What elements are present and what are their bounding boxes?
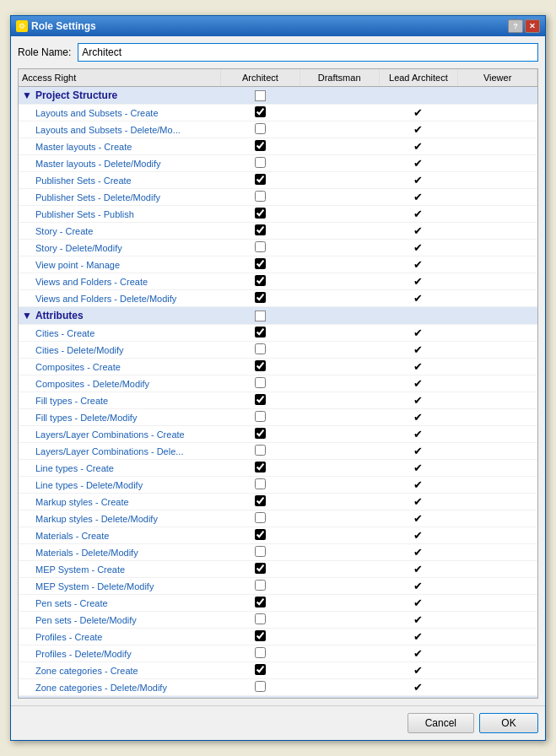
architect-checkbox[interactable] xyxy=(255,241,266,252)
draftsman-cell xyxy=(300,155,379,172)
access-right-label: Markup styles - Delete/Modify xyxy=(19,510,221,527)
access-right-label: Materials - Create xyxy=(19,527,221,544)
table-row: Pen sets - Create✔ xyxy=(19,595,537,612)
group-architect-checkbox[interactable] xyxy=(255,90,266,101)
access-right-label: Profiles - Delete/Modify xyxy=(19,645,221,662)
table-row: MEP System - Create✔ xyxy=(19,561,537,578)
lead-architect-check: ✔ xyxy=(413,478,423,491)
ok-button[interactable]: OK xyxy=(479,713,538,733)
architect-checkbox[interactable] xyxy=(255,191,266,202)
access-right-label: Zone categories - Delete/Modify xyxy=(19,679,221,696)
table-row: Fill types - Create✔ xyxy=(19,392,537,409)
cancel-button[interactable]: Cancel xyxy=(408,713,474,733)
draftsman-cell xyxy=(300,612,379,629)
architect-checkbox[interactable] xyxy=(255,174,266,185)
title-bar-buttons: ? ✕ xyxy=(508,19,540,33)
architect-checkbox[interactable] xyxy=(255,580,266,591)
architect-checkbox[interactable] xyxy=(255,123,266,134)
viewer-cell xyxy=(458,172,537,189)
architect-checkbox[interactable] xyxy=(255,258,266,269)
architect-checkbox[interactable] xyxy=(255,462,266,472)
architect-checkbox[interactable] xyxy=(255,563,266,574)
group-label: Project Structure xyxy=(35,89,117,101)
table-header-row: Access Right Architect Draftsman Lead Ar… xyxy=(19,69,537,87)
architect-checkbox[interactable] xyxy=(255,512,266,523)
architect-checkbox[interactable] xyxy=(255,546,266,557)
viewer-cell xyxy=(458,392,537,409)
architect-checkbox[interactable] xyxy=(255,495,266,506)
col-architect: Architect xyxy=(221,69,300,87)
access-right-label: Cities - Delete/Modify xyxy=(19,342,221,359)
architect-checkbox[interactable] xyxy=(255,106,266,117)
table-row: Markup styles - Create✔ xyxy=(19,494,537,510)
close-button[interactable]: ✕ xyxy=(525,19,540,33)
viewer-cell xyxy=(458,155,537,172)
lead-architect-check: ✔ xyxy=(413,394,423,407)
group-row: ▼Work with Elements xyxy=(19,696,537,699)
architect-checkbox[interactable] xyxy=(255,445,266,456)
architect-checkbox[interactable] xyxy=(255,613,266,624)
table-row: Fill types - Delete/Modify✔ xyxy=(19,409,537,426)
architect-checkbox[interactable] xyxy=(255,394,266,405)
title-bar: ⚙ Role Settings ? ✕ xyxy=(11,16,545,36)
architect-checkbox[interactable] xyxy=(255,275,266,286)
col-viewer: Viewer xyxy=(458,69,537,87)
group-row: ▼Project Structure xyxy=(19,87,537,105)
viewer-cell xyxy=(458,290,537,307)
architect-checkbox[interactable] xyxy=(255,647,266,658)
permissions-table: Access Right Architect Draftsman Lead Ar… xyxy=(19,69,537,699)
draftsman-cell xyxy=(300,510,379,527)
role-settings-window: ⚙ Role Settings ? ✕ Role Name: Access Ri… xyxy=(10,15,546,741)
viewer-cell xyxy=(458,375,537,392)
lead-architect-check: ✔ xyxy=(413,106,423,119)
architect-checkbox[interactable] xyxy=(255,377,266,388)
architect-checkbox[interactable] xyxy=(255,478,266,489)
lead-architect-check: ✔ xyxy=(413,462,423,474)
viewer-cell xyxy=(458,544,537,561)
viewer-cell xyxy=(458,105,537,122)
help-button[interactable]: ? xyxy=(508,19,523,33)
architect-checkbox[interactable] xyxy=(255,343,266,354)
access-right-label: Layouts and Subsets - Delete/Mo... xyxy=(19,122,221,138)
architect-checkbox[interactable] xyxy=(255,630,266,641)
architect-checkbox[interactable] xyxy=(255,597,266,608)
architect-checkbox[interactable] xyxy=(255,681,266,692)
lead-architect-check: ✔ xyxy=(413,191,423,203)
viewer-cell xyxy=(458,679,537,696)
role-name-input[interactable] xyxy=(78,43,538,62)
table-row: Pen sets - Delete/Modify✔ xyxy=(19,612,537,629)
architect-checkbox[interactable] xyxy=(255,428,266,439)
architect-checkbox[interactable] xyxy=(255,360,266,371)
viewer-cell xyxy=(458,645,537,662)
viewer-cell xyxy=(458,612,537,629)
architect-checkbox[interactable] xyxy=(255,411,266,422)
architect-checkbox[interactable] xyxy=(255,208,266,219)
viewer-cell xyxy=(458,325,537,342)
table-row: Master layouts - Create✔ xyxy=(19,138,537,155)
group-architect-checkbox[interactable] xyxy=(255,310,266,321)
architect-checkbox[interactable] xyxy=(255,292,266,303)
viewer-cell xyxy=(458,629,537,645)
lead-architect-check: ✔ xyxy=(413,258,423,271)
architect-checkbox[interactable] xyxy=(255,157,266,168)
access-right-label: MEP System - Create xyxy=(19,561,221,578)
architect-checkbox[interactable] xyxy=(255,327,266,338)
access-right-label: Materials - Delete/Modify xyxy=(19,544,221,561)
lead-architect-check: ✔ xyxy=(413,123,423,136)
architect-checkbox[interactable] xyxy=(255,224,266,235)
viewer-cell xyxy=(458,561,537,578)
access-right-label: View point - Manage xyxy=(19,256,221,273)
lead-architect-check: ✔ xyxy=(413,140,423,153)
table-row: Publisher Sets - Delete/Modify✔ xyxy=(19,189,537,206)
viewer-cell xyxy=(458,477,537,494)
architect-checkbox[interactable] xyxy=(255,664,266,675)
table-row: Layers/Layer Combinations - Dele...✔ xyxy=(19,443,537,460)
architect-checkbox[interactable] xyxy=(255,529,266,540)
access-right-label: Views and Folders - Delete/Modify xyxy=(19,290,221,307)
architect-checkbox[interactable] xyxy=(255,140,266,151)
access-right-label: Line types - Delete/Modify xyxy=(19,477,221,494)
col-draftsman: Draftsman xyxy=(300,69,379,87)
table-row: Profiles - Delete/Modify✔ xyxy=(19,645,537,662)
draftsman-cell xyxy=(300,662,379,679)
table-row: Views and Folders - Delete/Modify✔ xyxy=(19,290,537,307)
